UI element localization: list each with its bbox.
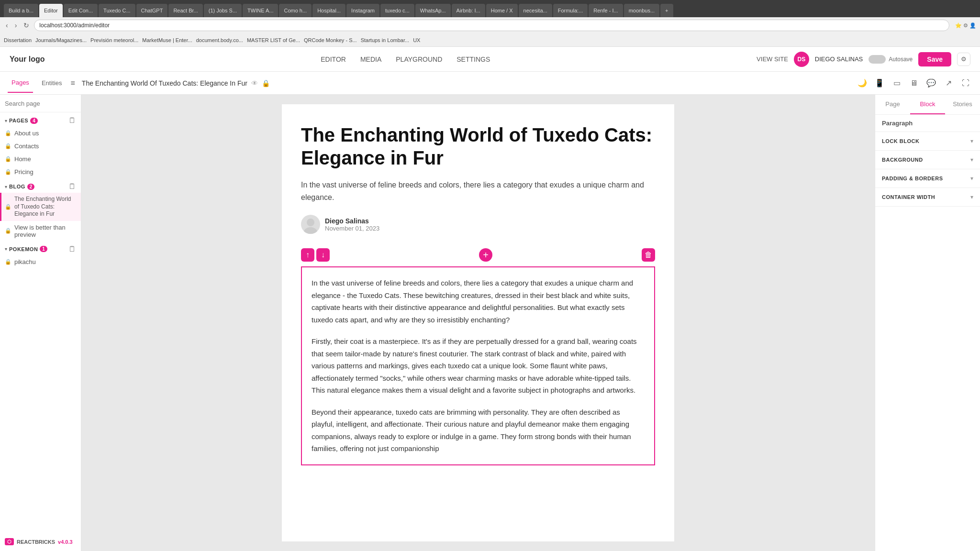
tab-home-x[interactable]: Home / X [486, 4, 518, 17]
bookmark-prevision[interactable]: Previsión meteorol... [90, 37, 138, 43]
nav-media[interactable]: MEDIA [360, 54, 381, 65]
author-avatar [301, 215, 320, 234]
desktop-view-icon[interactable]: 🖥 [907, 77, 921, 90]
add-page-icon[interactable]: 🗒 [68, 116, 76, 125]
tab-pages[interactable]: Pages [8, 73, 33, 93]
search-input[interactable] [5, 100, 81, 107]
nav-links: EDITOR MEDIA PLAYGROUND SETTINGS [64, 54, 747, 65]
sidebar-item-tuxedo[interactable]: 🔒 The Enchanting World of Tuxedo Cats: E… [0, 193, 81, 221]
rpanel-tab-stories[interactable]: Stories [945, 95, 980, 114]
bookmark-journals[interactable]: Journals/Magazines... [35, 37, 87, 43]
nav-editor[interactable]: EDITOR [321, 54, 346, 65]
content-para-2: Firstly, their coat is a masterpiece. It… [312, 335, 645, 397]
tab-tuxedo[interactable]: Tuxedo C... [99, 4, 135, 17]
pokemon-section-header[interactable]: ▾ POKEMON 1 🗒 [0, 241, 81, 255]
rpanel-tab-block[interactable]: Block [910, 95, 945, 114]
bookmark-document[interactable]: document.body.co... [196, 37, 243, 43]
user-name-label: DIEGO SALINAS [815, 55, 863, 63]
add-block-button[interactable]: + [479, 248, 492, 262]
address-bar[interactable]: localhost:3000/admin/editor [34, 20, 949, 31]
bookmark-dissertation[interactable]: Dissertation [4, 37, 32, 43]
sidebar-item-pikachu[interactable]: 🔒 pikachu [0, 255, 81, 268]
lock-header-icon[interactable]: 🔒 [262, 79, 270, 87]
bookmark-master[interactable]: MASTER LIST of Ge... [247, 37, 300, 43]
browser-forward-button[interactable]: › [13, 21, 19, 30]
address-text: localhost:3000/admin/editor [39, 22, 110, 29]
rpanel-section-lock-header[interactable]: LOCK BLOCK ▾ [875, 132, 980, 150]
tab-airbnb[interactable]: Airbnb: I... [452, 4, 485, 17]
moon-icon[interactable]: 🌙 [856, 77, 869, 90]
rpanel-tab-page[interactable]: Page [875, 95, 910, 114]
tab-react[interactable]: React Br... [168, 4, 202, 17]
tab-edit-con[interactable]: Edit Con... [64, 4, 98, 17]
share-icon[interactable]: ↗ [942, 77, 955, 90]
rpanel-section-background-header[interactable]: BACKGROUND ▾ [875, 151, 980, 169]
move-up-button[interactable]: ↑ [301, 248, 314, 262]
content-block[interactable]: In the vast universe of feline breeds an… [301, 266, 655, 465]
browser-back-button[interactable]: ‹ [4, 21, 10, 30]
tab-entities[interactable]: Entities [38, 74, 66, 92]
rpanel-section-padding-header[interactable]: PADDING & BORDERS ▾ [875, 169, 980, 187]
tab-new[interactable]: + [660, 4, 673, 17]
hamburger-menu-icon[interactable]: ≡ [71, 79, 75, 88]
comment-icon[interactable]: 💬 [924, 77, 938, 90]
tab-hospital[interactable]: Hospital... [312, 4, 345, 17]
view-site-link[interactable]: VIEW SITE [757, 55, 788, 63]
pages-section-header[interactable]: ▾ PAGES 4 🗒 [0, 112, 81, 127]
current-page-title: The Enchanting World Of Tuxedo Cats: Ele… [82, 79, 247, 87]
visibility-icon[interactable]: 👁 [251, 79, 258, 87]
tab-instagram[interactable]: Instagram [346, 4, 379, 17]
container-width-chevron-icon: ▾ [970, 194, 973, 200]
tablet-view-icon[interactable]: ▭ [890, 77, 903, 90]
pages-section-label: PAGES [9, 118, 28, 123]
sidebar-item-about[interactable]: 🔒 About us [0, 127, 81, 140]
background-chevron-icon: ▾ [970, 156, 973, 163]
svg-point-0 [307, 219, 314, 226]
bookmark-marketmuse[interactable]: MarketMuse | Enter... [142, 37, 192, 43]
tab-whatsapp[interactable]: WhatsAp... [415, 4, 451, 17]
save-button[interactable]: Save [918, 52, 951, 66]
sidebar-item-view-is-better[interactable]: 🔒 View is better than preview [0, 221, 81, 241]
nav-playground[interactable]: PLAYGROUND [396, 54, 442, 65]
settings-gear-button[interactable]: ⚙ [957, 53, 970, 66]
tab-twine[interactable]: TWINE A... [243, 4, 278, 17]
tab-renfe[interactable]: Renfe - I... [589, 4, 623, 17]
pokemon-chevron-icon: ▾ [5, 246, 7, 252]
user-avatar[interactable]: DS [794, 52, 809, 67]
autosave-toggle[interactable]: Autosave [869, 55, 913, 64]
tab-como[interactable]: Como h... [279, 4, 312, 17]
nav-settings[interactable]: SETTINGS [457, 54, 490, 65]
tab-editor[interactable]: Editor [39, 4, 63, 17]
tab-necesita[interactable]: necesita... [519, 4, 552, 17]
expand-icon[interactable]: ⛶ [959, 77, 972, 90]
tab-formula[interactable]: Formula:... [553, 4, 588, 17]
delete-block-button[interactable]: 🗑 [642, 248, 655, 262]
bookmark-ux[interactable]: UX [413, 37, 420, 43]
add-pokemon-icon[interactable]: 🗒 [68, 245, 76, 253]
content-para-3: Beyond their appearance, tuxedo cats are… [312, 406, 645, 455]
canvas-scroll[interactable]: The Enchanting World of Tuxedo Cats: Ele… [81, 95, 875, 551]
mobile-view-icon[interactable]: 📱 [873, 77, 886, 90]
rpanel-section-container-header[interactable]: CONTAINER WIDTH ▾ [875, 188, 980, 206]
tab-build[interactable]: Build a b... [4, 4, 38, 17]
padding-label: PADDING & BORDERS [882, 176, 943, 181]
sidebar-item-pricing[interactable]: 🔒 Pricing [0, 165, 81, 178]
tab-moonbus[interactable]: moonbus... [624, 4, 659, 17]
sidebar-item-home[interactable]: 🔒 Home [0, 153, 81, 165]
tab-tuxedo2[interactable]: tuxedo c... [380, 4, 414, 17]
content-para-1: In the vast universe of feline breeds an… [312, 277, 645, 326]
tab-jobs[interactable]: (1) Jobs S... [204, 4, 242, 17]
move-down-button[interactable]: ↓ [316, 248, 330, 262]
blog-section-header[interactable]: ▾ BLOG 2 🗒 [0, 178, 81, 193]
sidebar-item-contacts[interactable]: 🔒 Contacts [0, 140, 81, 153]
author-row: Diego Salinas November 01, 2023 [301, 215, 655, 234]
bookmark-startups[interactable]: Startups in Lombar... [361, 37, 410, 43]
autosave-switch[interactable] [869, 55, 886, 64]
add-blog-icon[interactable]: 🗒 [68, 182, 76, 191]
tab-chatgpt[interactable]: ChatGPT [136, 4, 168, 17]
contacts-label: Contacts [14, 143, 39, 150]
reactbricks-version: v4.0.3 [58, 539, 73, 545]
browser-refresh-button[interactable]: ↻ [22, 21, 31, 30]
browser-tabs: Build a b... Editor Edit Con... Tuxedo C… [4, 0, 976, 17]
bookmark-qrcode[interactable]: QRCode Monkey - S... [304, 37, 357, 43]
